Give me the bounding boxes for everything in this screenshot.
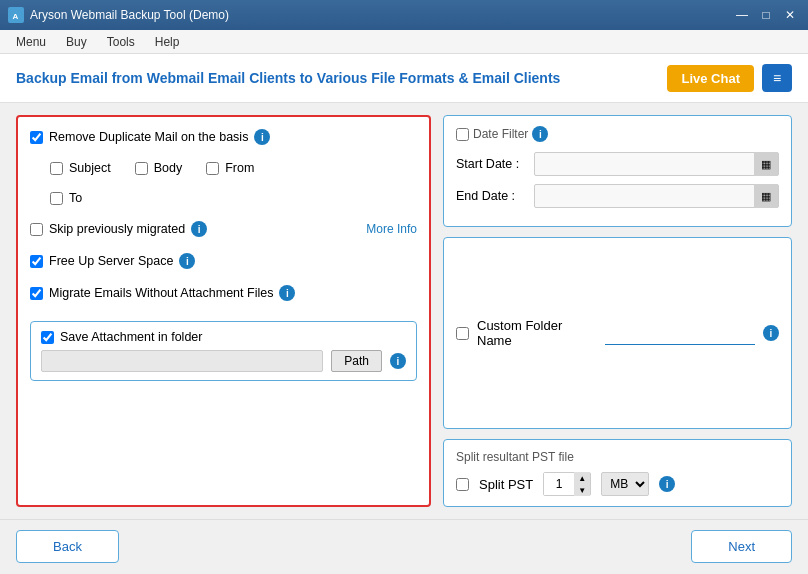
app-header: Backup Email from Webmail Email Clients …	[0, 54, 808, 103]
from-option: From	[206, 161, 254, 175]
custom-folder-checkbox[interactable]	[456, 327, 469, 340]
app-icon: A	[8, 7, 24, 23]
custom-folder-box: Custom Folder Name i	[443, 237, 792, 429]
start-date-input[interactable]	[535, 153, 754, 175]
end-date-row: End Date : ▦	[456, 184, 779, 208]
custom-folder-label[interactable]: Custom Folder Name	[477, 318, 597, 348]
free-up-server-info-icon[interactable]: i	[179, 253, 195, 269]
next-button[interactable]: Next	[691, 530, 792, 563]
calendar-icon: ▦	[761, 190, 771, 203]
minimize-button[interactable]: —	[732, 7, 752, 23]
date-filter-label[interactable]: Date Filter	[473, 127, 528, 141]
split-pst-spinner: ▲ ▼	[543, 472, 591, 496]
menu-icon-button[interactable]: ≡	[762, 64, 792, 92]
date-filter-title: Date Filter i	[456, 126, 779, 142]
app-title: Aryson Webmail Backup Tool (Demo)	[30, 8, 229, 22]
to-checkbox[interactable]	[50, 192, 63, 205]
migrate-no-attach-label[interactable]: Migrate Emails Without Attachment Files	[49, 286, 273, 300]
path-input[interactable]	[41, 350, 323, 372]
split-pst-box: Split resultant PST file Split PST ▲ ▼ M…	[443, 439, 792, 507]
from-label[interactable]: From	[225, 161, 254, 175]
end-date-input-wrap: ▦	[534, 184, 779, 208]
path-info-icon[interactable]: i	[390, 353, 406, 369]
free-up-server-label[interactable]: Free Up Server Space	[49, 254, 173, 268]
date-filter-checkbox[interactable]	[456, 128, 469, 141]
right-panel: Date Filter i Start Date : ▦ End Date : …	[443, 115, 792, 507]
svg-text:A: A	[13, 12, 19, 21]
free-up-server-checkbox[interactable]	[30, 255, 43, 268]
split-pst-label[interactable]: Split PST	[479, 477, 533, 492]
live-chat-button[interactable]: Live Chat	[667, 65, 754, 92]
start-date-calendar-button[interactable]: ▦	[754, 152, 778, 176]
end-date-label: End Date :	[456, 189, 526, 203]
migrate-no-attach-row: Migrate Emails Without Attachment Files …	[30, 285, 417, 301]
save-attachment-box: Save Attachment in folder Path i	[30, 321, 417, 381]
back-button[interactable]: Back	[16, 530, 119, 563]
end-date-input[interactable]	[535, 185, 754, 207]
to-option: To	[50, 191, 82, 205]
save-attachment-checkbox[interactable]	[41, 331, 54, 344]
subject-option: Subject	[50, 161, 111, 175]
custom-folder-info-icon[interactable]: i	[763, 325, 779, 341]
menu-bar: Menu Buy Tools Help	[0, 30, 808, 54]
page-title: Backup Email from Webmail Email Clients …	[16, 70, 560, 86]
start-date-row: Start Date : ▦	[456, 152, 779, 176]
remove-duplicate-checkbox[interactable]	[30, 131, 43, 144]
unit-select[interactable]: MB GB	[601, 472, 649, 496]
body-checkbox[interactable]	[135, 162, 148, 175]
end-date-calendar-button[interactable]: ▦	[754, 184, 778, 208]
start-date-input-wrap: ▦	[534, 152, 779, 176]
from-checkbox[interactable]	[206, 162, 219, 175]
split-pst-info-icon[interactable]: i	[659, 476, 675, 492]
custom-folder-input[interactable]	[605, 321, 755, 345]
left-panel: Remove Duplicate Mail on the basis i Sub…	[16, 115, 431, 507]
split-pst-value-input[interactable]	[544, 473, 574, 495]
to-row: To	[50, 191, 417, 205]
subject-label[interactable]: Subject	[69, 161, 111, 175]
hamburger-icon: ≡	[773, 70, 781, 86]
maximize-button[interactable]: □	[756, 7, 776, 23]
remove-duplicate-row: Remove Duplicate Mail on the basis i	[30, 129, 417, 145]
to-label[interactable]: To	[69, 191, 82, 205]
path-button[interactable]: Path	[331, 350, 382, 372]
menu-item-tools[interactable]: Tools	[99, 33, 143, 51]
footer: Back Next	[0, 519, 808, 573]
skip-migrated-label[interactable]: Skip previously migrated	[49, 222, 185, 236]
date-filter-box: Date Filter i Start Date : ▦ End Date : …	[443, 115, 792, 227]
spinner-up-button[interactable]: ▲	[574, 472, 590, 484]
migrate-no-attach-info-icon[interactable]: i	[279, 285, 295, 301]
close-button[interactable]: ✕	[780, 7, 800, 23]
save-attachment-label[interactable]: Save Attachment in folder	[60, 330, 202, 344]
split-pst-checkbox[interactable]	[456, 478, 469, 491]
split-pst-row: Split PST ▲ ▼ MB GB i	[456, 472, 779, 496]
subject-checkbox[interactable]	[50, 162, 63, 175]
menu-item-help[interactable]: Help	[147, 33, 188, 51]
skip-migrated-checkbox[interactable]	[30, 223, 43, 236]
date-filter-info-icon[interactable]: i	[532, 126, 548, 142]
more-info-link[interactable]: More Info	[366, 222, 417, 236]
start-date-label: Start Date :	[456, 157, 526, 171]
body-label[interactable]: Body	[154, 161, 183, 175]
spinner-buttons: ▲ ▼	[574, 472, 590, 496]
spinner-down-button[interactable]: ▼	[574, 484, 590, 496]
save-attachment-row: Save Attachment in folder	[41, 330, 406, 344]
skip-migrated-info-icon[interactable]: i	[191, 221, 207, 237]
remove-duplicate-label[interactable]: Remove Duplicate Mail on the basis	[49, 130, 248, 144]
remove-duplicate-info-icon[interactable]: i	[254, 129, 270, 145]
menu-item-buy[interactable]: Buy	[58, 33, 95, 51]
skip-migrated-row: Skip previously migrated i More Info	[30, 221, 417, 237]
main-content: Remove Duplicate Mail on the basis i Sub…	[0, 103, 808, 519]
path-row: Path i	[41, 350, 406, 372]
title-bar: A Aryson Webmail Backup Tool (Demo) — □ …	[0, 0, 808, 30]
sub-options-row1: Subject Body From	[50, 161, 417, 175]
calendar-icon: ▦	[761, 158, 771, 171]
migrate-no-attach-checkbox[interactable]	[30, 287, 43, 300]
window-controls: — □ ✕	[732, 7, 800, 23]
menu-item-menu[interactable]: Menu	[8, 33, 54, 51]
free-up-server-row: Free Up Server Space i	[30, 253, 417, 269]
body-option: Body	[135, 161, 183, 175]
split-pst-title: Split resultant PST file	[456, 450, 779, 464]
